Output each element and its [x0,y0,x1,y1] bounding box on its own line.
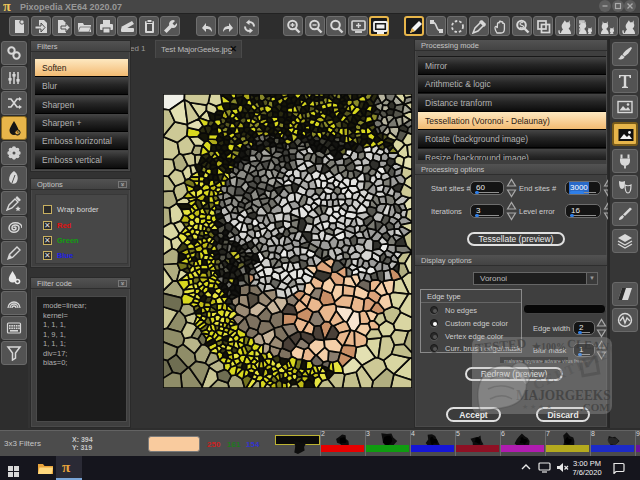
svg-text:3: 3 [16,130,19,136]
svg-text:π: π [3,0,11,14]
